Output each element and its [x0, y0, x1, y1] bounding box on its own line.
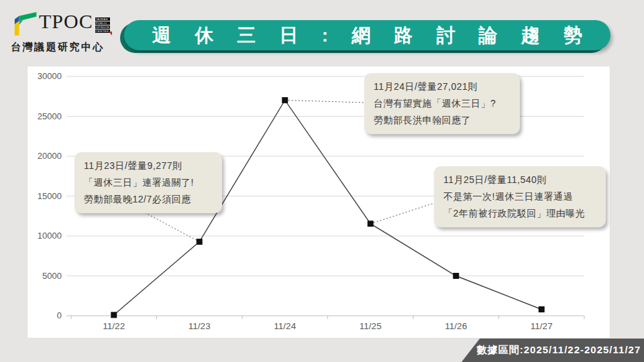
callout-line: 勞動部最晚12/7必須回應	[84, 191, 213, 208]
page-title-char: 路	[394, 23, 413, 48]
page-title-char: :	[322, 25, 328, 46]
page-title-char: 論	[479, 23, 498, 48]
axis-tick-label: 11/27	[531, 321, 553, 331]
page-title-char: 趨	[521, 23, 540, 48]
annotation-callout-1125: 11月25日/聲量11,540則 不是第一次!週休三日連署通過 「2年前被行政院…	[434, 166, 606, 227]
callout-line: 不是第一次!週休三日連署通過	[443, 188, 596, 205]
callout-line: 11月23日/聲量9,277則	[84, 158, 213, 174]
brand-mini-line: PUBLIC	[95, 21, 110, 25]
page-title-char: 三	[237, 23, 256, 48]
axis-tick-label: 25000	[38, 111, 62, 121]
axis-tick-label: 11/22	[103, 321, 125, 331]
data-point-marker	[282, 97, 288, 103]
data-point-marker	[197, 239, 203, 245]
axis-tick-label: 5000	[42, 271, 62, 281]
tpoc-logo-icon	[11, 11, 38, 40]
data-point-marker	[368, 221, 374, 227]
leader-line	[285, 100, 364, 103]
axis-tick-label: 30000	[38, 71, 62, 81]
data-point-marker	[453, 273, 459, 279]
brand-subtitle: 台灣議題研究中心	[11, 41, 125, 54]
axis-tick-label: 10000	[38, 231, 62, 241]
callout-line: 11月24日/聲量27,021則	[374, 78, 511, 95]
leader-line	[140, 210, 199, 242]
axis-tick-label: 20000	[38, 151, 62, 161]
brand-red-triangle-icon	[109, 32, 112, 36]
annotation-callout-1123: 11月23日/聲量9,277則 「週休三日」連署過關了! 勞動部最晚12/7必須…	[74, 152, 222, 213]
page-title-char: 網	[352, 23, 370, 48]
callout-line: 11月25日/聲量11,540則	[443, 172, 596, 188]
chart-card: 05000100001500020000250003000011/2211/23…	[27, 66, 610, 339]
axis-tick-label: 11/24	[274, 321, 296, 331]
axis-tick-label: 0	[57, 310, 62, 320]
brand-logo: TPOC TAIWAN PUBLIC OPINION CENTER 台灣議題研究…	[11, 7, 125, 59]
brand-mini-line: CENTER	[95, 29, 110, 33]
brand-mini-line: TAIWAN	[95, 17, 110, 21]
callout-line: 勞動部長洪申翰回應了	[374, 112, 511, 129]
page-title-char: 週	[152, 23, 171, 48]
axis-tick-label: 11/23	[189, 321, 211, 331]
data-range-ribbon: 數據區間:2025/11/22-2025/11/27	[462, 339, 644, 362]
data-point-marker	[111, 312, 117, 318]
page-title: 週休三日:網路討論趨勢	[124, 20, 610, 50]
leader-line	[370, 203, 434, 224]
annotation-callout-1124: 11月24日/聲量27,021則 台灣有望實施「週休三日」? 勞動部長洪申翰回應…	[364, 73, 520, 134]
page-title-char: 休	[195, 23, 213, 48]
data-range-label: 數據區間:2025/11/22-2025/11/27	[477, 344, 641, 357]
callout-line: 「週休三日」連署過關了!	[84, 174, 213, 191]
callout-line: 「2年前被行政院駁回」理由曝光	[443, 205, 596, 222]
axis-tick-label: 15000	[38, 191, 62, 201]
page-title-char: 日	[279, 23, 298, 48]
page-title-char: 討	[436, 23, 455, 48]
brand-mini-line: OPINION	[95, 25, 110, 29]
axis-tick-label: 11/26	[445, 321, 467, 331]
data-point-marker	[539, 306, 545, 312]
callout-line: 台灣有望實施「週休三日」?	[374, 95, 511, 112]
page-title-char: 勢	[564, 23, 582, 48]
brand-mini-text: TAIWAN PUBLIC OPINION CENTER	[95, 17, 110, 33]
brand-wordmark: TPOC	[39, 7, 93, 36]
axis-tick-label: 11/25	[360, 321, 382, 331]
